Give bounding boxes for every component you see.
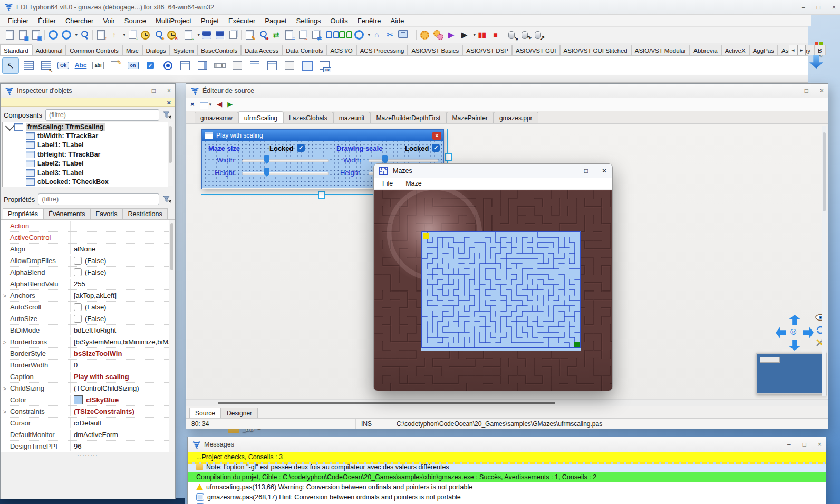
locked-checkbox[interactable]: ✓ — [297, 144, 305, 152]
editor-tab-ufrmscaling[interactable]: ufrmScaling — [238, 111, 283, 123]
tree-item-label2[interactable]: Label2: TLabel — [3, 159, 168, 168]
tree-item-tbwidth[interactable]: tbWidth: TTrackBar — [3, 131, 168, 140]
palette-tab-system[interactable]: System — [170, 45, 197, 55]
menu-multiproject[interactable]: MultiProject — [151, 16, 196, 26]
maximize-button[interactable]: □ — [152, 88, 156, 94]
filter-funnel-icon[interactable] — [162, 110, 172, 120]
mazes-app-window[interactable]: Mazes — □ ✕ FileMaze — [373, 163, 613, 391]
toolbar-step-into[interactable]: ↘ — [506, 28, 519, 42]
toolbar-sync-edit[interactable]: ⇄ — [269, 28, 283, 42]
toolbar-sep5[interactable] — [322, 28, 326, 42]
expand-chevron-icon[interactable]: > — [1, 432, 9, 438]
component-tmemo[interactable] — [108, 58, 123, 73]
toolbar-sep6[interactable] — [414, 28, 418, 42]
inspector-title-bar[interactable]: Inspecteur d'objets – □ × — [1, 84, 175, 98]
message-row-hint-1[interactable]: gmazesmw.pas(268,17) Hint: Conversion be… — [188, 492, 826, 502]
property-grid-scrollbar[interactable] — [169, 220, 175, 452]
palette-tab-common-controls[interactable]: Common Controls — [66, 45, 122, 55]
toolbar-find-file[interactable]: ● — [152, 28, 165, 42]
palette-tab-dialogs[interactable]: Dialogs — [142, 45, 170, 55]
property-row-BorderIcons[interactable]: > BorderIcons [biSystemMenu,biMinimize,b… — [1, 336, 169, 348]
minimize-button[interactable]: – — [802, 4, 805, 11]
close-button[interactable]: × — [832, 4, 836, 11]
expand-chevron-icon[interactable]: > — [1, 258, 9, 264]
toolbar-cut-tools[interactable]: ✂ — [383, 28, 397, 42]
message-row-hint-2[interactable]: gmazesmw.pas(26,30) Hint: Unit "Types" n… — [188, 502, 826, 504]
palette-tab-acs-io[interactable]: ACS I/O — [327, 45, 356, 55]
palette-tab-standard[interactable]: Standard — [0, 44, 32, 55]
property-row-DefaultMonitor[interactable]: > DefaultMonitor dmActiveForm — [1, 429, 169, 441]
property-row-Anchors[interactable]: > Anchors [akTop,akLeft] — [1, 290, 169, 302]
toolbar-copy[interactable] — [226, 28, 239, 42]
property-row-AlphaBlend[interactable]: > AlphaBlend (False) — [1, 267, 169, 278]
unit-list-dropdown-icon[interactable]: ▾ — [209, 102, 212, 107]
minimize-button[interactable]: – — [137, 88, 140, 94]
component-pointer[interactable] — [2, 57, 19, 74]
expand-chevron-icon[interactable]: > — [1, 339, 9, 345]
close-icon[interactable]: × — [190, 101, 195, 108]
menu-source[interactable]: Source — [120, 16, 151, 26]
editor-tab-mazeunit[interactable]: mazeunit — [333, 112, 371, 123]
expand-chevron-icon[interactable]: > — [1, 397, 9, 403]
toolbar-view-monitor[interactable] — [397, 28, 410, 42]
component-tpanel[interactable] — [282, 58, 297, 73]
property-row-Caption[interactable]: > Caption Play with scaling — [1, 371, 169, 383]
component-tcheckgroup[interactable] — [264, 58, 280, 73]
toolbar-jump-to[interactable] — [352, 28, 365, 42]
inspector-tab-proprietes[interactable]: Propriétés — [3, 208, 43, 219]
maximize-button[interactable]: □ — [817, 4, 820, 11]
nav-up-arrow-icon[interactable] — [789, 315, 800, 325]
tree-item-cblocked[interactable]: cbLocked: TCheckBox — [3, 177, 168, 186]
expand-chevron-icon[interactable]: > — [1, 351, 9, 357]
component-tcombobox[interactable] — [195, 58, 210, 73]
palette-tab-data-access[interactable]: Data Access — [241, 45, 282, 55]
component-tframe[interactable] — [299, 58, 315, 73]
navigate-back-icon[interactable]: ◀ — [217, 101, 222, 108]
component-tlabel[interactable]: Abc — [73, 58, 89, 73]
nav-left-arrow-icon[interactable] — [776, 327, 786, 338]
property-row-Color[interactable]: > Color clSkyBlue — [1, 394, 169, 406]
palette-tab-basecontrols[interactable]: BaseControls — [197, 45, 241, 55]
property-row-AlphaBlendValu[interactable]: > AlphaBlendValu 255 — [1, 278, 169, 290]
unit-list-icon[interactable] — [200, 100, 208, 109]
toolbar-run-to-cursor[interactable]: ↗ — [532, 28, 545, 42]
message-row-note-gl[interactable]: Note: l'option "-gl" est passée deux foi… — [188, 462, 826, 472]
locked-checkbox[interactable]: ✓ — [432, 144, 440, 152]
menu-aide[interactable]: Aide — [386, 16, 409, 26]
toolbar-sep3[interactable] — [178, 28, 182, 42]
menu-outils[interactable]: Outils — [325, 16, 352, 26]
property-row-Action[interactable]: > Action — [1, 220, 169, 232]
expand-chevron-icon[interactable]: > — [1, 246, 9, 253]
toolbar-alarm-close[interactable]: × — [165, 28, 178, 42]
toolbar-goto-line[interactable]: → — [182, 28, 195, 42]
menu-voir[interactable]: Voir — [98, 16, 119, 26]
toolbar-revert[interactable]: ↓ — [125, 28, 139, 42]
palette-tab-misc[interactable]: Misc — [122, 45, 142, 55]
toolbar-view-units[interactable] — [46, 28, 60, 42]
expand-chevron-icon[interactable]: > — [1, 235, 9, 241]
palette-tab-asio-vst-gui[interactable]: ASIO/VST GUI — [512, 45, 559, 55]
form-close-button[interactable]: × — [432, 132, 441, 140]
component-tbuttonpanel[interactable]: Ok — [316, 58, 332, 73]
expand-chevron-icon[interactable]: > — [1, 409, 9, 415]
nav-right-arrow-icon[interactable] — [803, 327, 814, 338]
palette-tab-data-controls[interactable]: Data Controls — [282, 45, 326, 55]
toolbar-save[interactable] — [200, 28, 213, 42]
editor-title-bar[interactable]: Éditeur de source – □ × — [186, 84, 828, 98]
value-checkbox[interactable] — [74, 303, 82, 311]
maximize-button[interactable]: □ — [803, 441, 806, 448]
component-ttogglebox[interactable]: on — [125, 58, 141, 73]
menu-chercher[interactable]: Chercher — [61, 16, 98, 26]
component-tmainmenu[interactable] — [21, 58, 36, 73]
property-row-BorderStyle[interactable]: > BorderStyle bsSizeToolWin — [1, 348, 169, 360]
property-row-Constraints[interactable]: > Constraints (TSizeConstraints) — [1, 406, 169, 418]
close-button[interactable]: ✕ — [602, 167, 607, 175]
tree-item-label3[interactable]: Label3: TLabel — [3, 168, 168, 177]
expand-chevron-icon[interactable]: > — [1, 281, 9, 287]
value-checkbox[interactable] — [74, 257, 82, 265]
mazes-menu-file[interactable]: File — [377, 179, 398, 188]
palette-tab-aggpas[interactable]: AggPas — [749, 45, 778, 55]
property-row-ActiveControl[interactable]: > ActiveControl — [1, 232, 169, 244]
menu-paquet[interactable]: Paquet — [260, 16, 291, 26]
inspector-tab-restrictions[interactable]: Restrictions — [122, 208, 167, 219]
